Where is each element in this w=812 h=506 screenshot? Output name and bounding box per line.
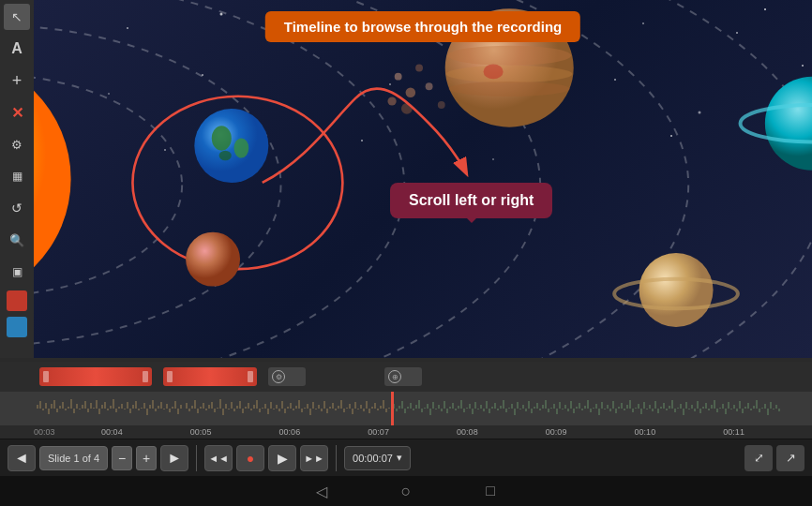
share-button[interactable]: ↗ bbox=[776, 445, 804, 471]
expand-button[interactable]: ⤢ bbox=[744, 445, 773, 471]
ruler-mark-2: 00:05 bbox=[157, 427, 246, 437]
left-toolbar: ↖ A + ✕ ⚙ ▦ ↺ 🔍 ▣ bbox=[0, 0, 34, 358]
record-button[interactable]: ● bbox=[236, 445, 264, 471]
time-chevron[interactable]: ▾ bbox=[397, 452, 402, 464]
track-icon-1: ⚙ bbox=[272, 370, 285, 383]
android-home-button[interactable]: ○ bbox=[392, 480, 420, 502]
svg-point-35 bbox=[212, 126, 232, 150]
plus-button[interactable]: + bbox=[136, 446, 157, 470]
android-home-icon: ○ bbox=[401, 482, 412, 501]
svg-point-43 bbox=[387, 97, 396, 105]
svg-point-44 bbox=[438, 101, 445, 109]
color-blue-tool[interactable] bbox=[7, 317, 27, 337]
timeline-banner: Timeline to browse through the recording bbox=[265, 11, 580, 42]
android-nav-bar: ◁ ○ □ bbox=[0, 476, 812, 506]
close-tool[interactable]: ✕ bbox=[4, 99, 30, 126]
track-segment-3[interactable]: ⚙ bbox=[268, 367, 306, 386]
waveform-svg bbox=[0, 392, 812, 425]
main-area: ↖ A + ✕ ⚙ ▦ ↺ 🔍 ▣ bbox=[0, 0, 812, 358]
separator-1 bbox=[196, 445, 197, 471]
track-segment-4[interactable]: ⊕ bbox=[384, 367, 422, 386]
solar-system-svg bbox=[34, 0, 812, 358]
cursor-tool[interactable]: ↖ bbox=[4, 4, 30, 30]
rewind-button[interactable]: ◄◄ bbox=[204, 445, 233, 471]
svg-point-38 bbox=[395, 73, 402, 81]
tracks-container: ⚙ ⊕ bbox=[0, 362, 812, 392]
image-tool[interactable]: ▣ bbox=[4, 259, 30, 285]
track-handle-left bbox=[43, 371, 49, 382]
svg-point-37 bbox=[219, 151, 232, 161]
svg-point-46 bbox=[447, 46, 571, 66]
svg-point-47 bbox=[446, 66, 572, 82]
svg-point-48 bbox=[449, 82, 570, 97]
android-back-button[interactable]: ◁ bbox=[308, 480, 336, 502]
bottom-controls: ◄ Slide 1 of 4 − + ► ◄◄ ● ▶ ►► 00:00:07 … bbox=[0, 439, 812, 476]
ruler-mark-6: 00:09 bbox=[512, 427, 601, 437]
svg-point-32 bbox=[34, 55, 71, 302]
track-icon-2: ⊕ bbox=[388, 370, 401, 383]
banner-text: Timeline to browse through the recording bbox=[284, 19, 562, 35]
add-tool[interactable]: + bbox=[4, 67, 30, 94]
time-text: 00:00:07 bbox=[353, 453, 393, 464]
track-segment-1[interactable] bbox=[39, 367, 152, 386]
android-back-icon: ◁ bbox=[316, 483, 327, 500]
android-recents-button[interactable]: □ bbox=[476, 480, 504, 502]
svg-point-52 bbox=[186, 232, 240, 287]
settings-tool[interactable]: ⚙ bbox=[4, 131, 30, 157]
fast-forward-button[interactable]: ►► bbox=[300, 445, 328, 471]
grid-tool[interactable]: ▦ bbox=[4, 163, 30, 189]
slide-indicator: Slide 1 of 4 bbox=[39, 446, 108, 470]
separator-2 bbox=[336, 445, 337, 471]
track-handle-right-2 bbox=[248, 371, 253, 382]
playhead bbox=[392, 392, 394, 425]
scroll-tooltip: Scroll left or right bbox=[390, 183, 552, 218]
ruler-mark-3: 00:06 bbox=[246, 427, 335, 437]
slide-indicator-text: Slide 1 of 4 bbox=[48, 453, 99, 464]
tooltip-text: Scroll left or right bbox=[409, 192, 534, 208]
svg-point-39 bbox=[406, 88, 416, 98]
svg-point-34 bbox=[194, 109, 268, 183]
text-tool[interactable]: A bbox=[4, 36, 30, 62]
ruler-mark-7: 00:10 bbox=[601, 427, 690, 437]
back-button[interactable]: ◄ bbox=[8, 445, 36, 471]
time-display: 00:00:07 ▾ bbox=[344, 446, 411, 470]
minus-button[interactable]: − bbox=[112, 446, 132, 470]
app-container: ↖ A + ✕ ⚙ ▦ ↺ 🔍 ▣ bbox=[0, 0, 812, 506]
play-button[interactable]: ▶ bbox=[268, 445, 296, 471]
track-handle-left-2 bbox=[167, 371, 173, 382]
svg-point-49 bbox=[484, 64, 504, 79]
forward-button[interactable]: ► bbox=[160, 445, 188, 471]
svg-point-36 bbox=[233, 139, 248, 158]
svg-point-21 bbox=[34, 24, 281, 345]
svg-point-40 bbox=[415, 64, 423, 71]
rotate-tool[interactable]: ↺ bbox=[4, 195, 30, 221]
track-segment-2[interactable] bbox=[163, 367, 257, 386]
ruler-mark-4: 00:07 bbox=[334, 427, 423, 437]
svg-point-50 bbox=[765, 77, 812, 171]
zoom-tool[interactable]: 🔍 bbox=[4, 227, 30, 253]
bottom-section: ⚙ ⊕ bbox=[0, 358, 812, 476]
android-recents-icon: □ bbox=[486, 483, 495, 499]
ruler-mark-8: 00:11 bbox=[689, 427, 778, 437]
ruler-mark-5: 00:08 bbox=[423, 427, 512, 437]
svg-point-53 bbox=[639, 253, 714, 327]
color-red-tool[interactable] bbox=[7, 290, 27, 311]
time-ruler: 00:03 00:04 00:05 00:06 00:07 00:08 00:0… bbox=[0, 425, 812, 439]
waveform-area bbox=[0, 392, 812, 425]
canvas-area: Timeline to browse through the recording bbox=[34, 0, 812, 358]
track-handle-right bbox=[143, 371, 148, 382]
ruler-mark-1: 00:04 bbox=[68, 427, 157, 437]
svg-point-42 bbox=[426, 82, 433, 90]
